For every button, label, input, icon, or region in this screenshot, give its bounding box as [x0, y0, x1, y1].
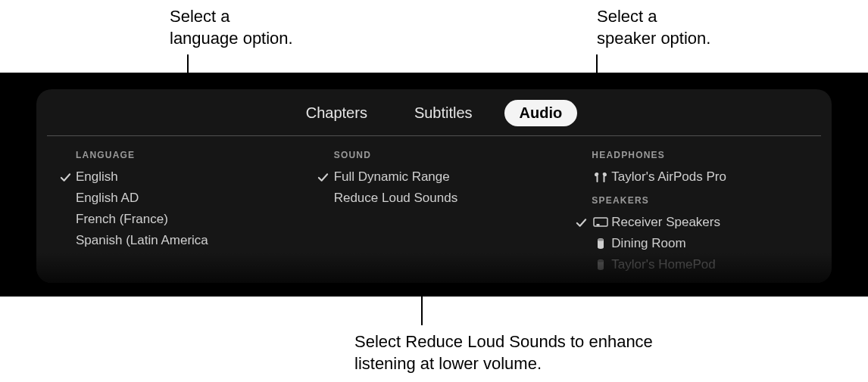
speakers-option-label: Taylor's HomePod: [611, 257, 715, 272]
annotation-language: Select a language option.: [170, 6, 367, 49]
panel-columns: LANGUAGE English English AD French (Fran…: [36, 136, 832, 275]
speakers-option-taylors-homepod[interactable]: Taylor's HomePod: [570, 254, 813, 275]
tab-subtitles[interactable]: Subtitles: [399, 100, 488, 126]
language-option-label: French (France): [76, 212, 168, 227]
language-option-label: English: [76, 169, 118, 185]
language-option-label: Spanish (Latin America: [76, 233, 208, 248]
language-option-english-ad[interactable]: English AD: [55, 188, 298, 209]
audio-settings-panel: Chapters Subtitles Audio LANGUAGE Englis…: [36, 89, 832, 283]
sound-option-label: Full Dynamic Range: [334, 169, 450, 185]
sound-option-label: Reduce Loud Sounds: [334, 191, 458, 206]
checkmark-icon: [317, 172, 329, 183]
checkmark-icon: [60, 172, 71, 183]
column-sound: SOUND Full Dynamic Range Reduce Loud Sou…: [305, 147, 564, 275]
annotation-speaker: Select a speaker option.: [597, 6, 794, 49]
svg-rect-1: [597, 224, 600, 226]
language-option-label: English AD: [76, 191, 139, 206]
heading-speakers: SPEAKERS: [570, 195, 813, 206]
tab-audio[interactable]: Audio: [504, 100, 578, 126]
annotation-reduce-loud: Select Reduce Loud Sounds to enhance lis…: [354, 331, 748, 374]
svg-rect-0: [594, 218, 607, 226]
heading-headphones: HEADPHONES: [570, 150, 813, 160]
checkmark-icon: [576, 217, 587, 228]
heading-language: LANGUAGE: [55, 150, 298, 160]
tabs-row: Chapters Subtitles Audio: [36, 89, 832, 135]
speakers-option-label: Dining Room: [611, 236, 685, 251]
homepod-icon: [592, 259, 610, 271]
language-option-french[interactable]: French (France): [55, 209, 298, 230]
heading-sound: SOUND: [313, 150, 556, 160]
column-output: HEADPHONES Taylor's AirPods Pro SPEAKERS: [563, 147, 821, 275]
sound-option-full-dynamic[interactable]: Full Dynamic Range: [313, 166, 556, 188]
homepod-icon: [592, 238, 610, 250]
column-language: LANGUAGE English English AD French (Fran…: [47, 147, 305, 275]
airpods-icon: [592, 171, 610, 183]
speakers-option-receiver[interactable]: Receiver Speakers: [570, 212, 813, 233]
tv-icon: [592, 216, 610, 228]
headphones-option-airpods[interactable]: Taylor's AirPods Pro: [570, 166, 813, 188]
speakers-option-label: Receiver Speakers: [611, 215, 720, 230]
speakers-option-dining-room[interactable]: Dining Room: [570, 233, 813, 254]
sound-option-reduce-loud[interactable]: Reduce Loud Sounds: [313, 188, 556, 209]
headphones-option-label: Taylor's AirPods Pro: [611, 169, 726, 185]
language-option-english[interactable]: English: [55, 166, 298, 188]
language-option-spanish[interactable]: Spanish (Latin America: [55, 230, 298, 251]
svg-point-3: [598, 259, 604, 262]
tab-chapters[interactable]: Chapters: [291, 100, 382, 126]
svg-point-2: [598, 238, 604, 241]
